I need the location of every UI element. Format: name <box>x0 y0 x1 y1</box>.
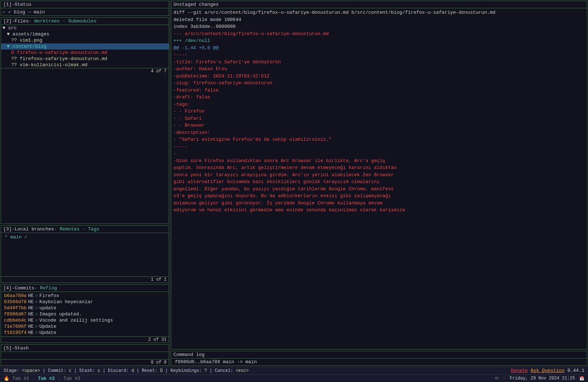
list-item[interactable]: 71e7608f HE ○ Update <box>3 323 167 330</box>
tab-bar: 🔥 Tab #1 : Tab #2 : Tab #3 ⟳ ♡ Friday, 2… <box>0 374 588 382</box>
diff-line: gibi alternatifler bulsamda bazı eksikli… <box>173 178 585 186</box>
sep1: | Commit: <box>43 368 69 373</box>
donate-link[interactable]: Donate <box>511 368 528 373</box>
stash-binding: s <box>97 368 100 373</box>
sep5: | Keybindings: <box>165 368 205 373</box>
diff-line: -slug: firefoxu-safariye-donusturun <box>173 80 585 87</box>
branches-title: [3]-Local branches <box>3 226 54 232</box>
right-panel: Unstaged changes diff --git a/src/conten… <box>170 0 588 366</box>
diff-line: - "Safari estetigine Firefox'da da sahip… <box>173 136 585 143</box>
diff-line: -featured: false <box>173 87 585 94</box>
commits-pagination: 2 of 31 <box>1 336 169 343</box>
list-item[interactable]: ?? firefoxu-safariye-donusturun.md <box>1 56 169 62</box>
diff-line: ----- <box>173 143 585 150</box>
tab-sep-2: : <box>58 376 60 381</box>
tab-2[interactable]: Tab #2 <box>38 376 55 381</box>
list-item[interactable]: cdbbeb4c HE ○ Vscode and zellij settings <box>3 317 167 323</box>
list-item[interactable]: f8986d67 HE ○ Images updated. <box>3 311 167 317</box>
stash-title: [5]-Stash <box>3 345 29 351</box>
command-log-section: Command log f8986d6..b6aa789 main -> mai… <box>171 351 587 366</box>
tab-sep-1: : <box>32 376 35 381</box>
diff-line: deleted file mode 100644 <box>173 16 585 24</box>
discard-binding: d <box>131 368 134 373</box>
diff-line: ----- <box>173 51 585 59</box>
commits-title: [4]-Commits <box>3 285 34 291</box>
diff-line: -Uzun süre Firefox kullandıktan sonra Ar… <box>173 157 585 165</box>
list-item[interactable]: ▼ assets/images <box>1 31 169 37</box>
calendar-icon: 📅 <box>579 376 584 381</box>
status-section: [1]-Status ✓ ✓ blog → main <box>1 1 169 16</box>
files-links[interactable]: - Worktrees - Submodules <box>29 18 96 24</box>
ask-question-link[interactable]: Ask Question <box>531 368 565 373</box>
diff-line: @@ -1,44 +0,0 @@ <box>173 44 585 52</box>
datetime-text: Friday, 29 Nov 2024 21:25 <box>510 376 575 381</box>
status-content: ✓ blog → main <box>8 9 45 15</box>
list-item[interactable]: b6aa789a HE ○ Firefox <box>3 293 167 299</box>
list-item[interactable]: ?? vim1.png <box>1 37 169 43</box>
commit-binding: c <box>69 368 71 373</box>
list-item[interactable]: * main ✓ <box>3 234 167 240</box>
list-item[interactable]: 5d49f7bb HE ○ update <box>3 305 167 311</box>
bottom-links: Donate Ask Question 0.44.1 <box>511 368 584 373</box>
diff-line: yaptım. Sonrasında Arc, artık geliştirme… <box>173 164 585 171</box>
commits-list: b6aa789a HE ○ Firefox 63566d78 HE ○ Kayb… <box>1 292 169 336</box>
diff-line: --- a/src/content/blog/firefox-u-safariy… <box>173 30 585 38</box>
commits-section: [4]-Commits - Reflog b6aa789a HE ○ Firef… <box>1 284 169 343</box>
diff-line: -author: Hakan Ersu <box>173 65 585 73</box>
list-item[interactable]: ▼ content/blog <box>1 43 169 50</box>
stage-key: Stage: <box>4 368 22 373</box>
tab-3[interactable]: Tab #3 <box>63 376 80 381</box>
keybindings-binding: ? <box>205 368 207 373</box>
diff-line: ediyorum ve henüz etkisini görmedim ama … <box>173 207 585 214</box>
files-pagination: 4 of 7 <box>1 68 169 74</box>
diff-line: v3'e geçiş yapacağını duyurdu. Bu da adb… <box>173 192 585 200</box>
version-text: 0.44.1 <box>567 368 584 373</box>
diff-line: -pubDatetime: 2024-11-29T03:42:51Z <box>173 73 585 80</box>
tab-1[interactable]: Tab #1 <box>12 376 29 381</box>
list-item[interactable]: ▼ src <box>1 25 169 31</box>
sep3: | Discard: <box>103 368 131 373</box>
keybindings-text: Stage: <space> | Commit: c | Stash: s | … <box>4 368 249 373</box>
unstaged-title: Unstaged changes <box>173 2 219 7</box>
list-item[interactable]: ?? vim-kullanicisi-olmak.md <box>1 62 169 68</box>
bottom-bar: Stage: <space> | Commit: c | Stash: s | … <box>0 366 588 374</box>
diff-line: -tags: <box>173 101 585 108</box>
heart-icon: ♡ <box>503 376 505 381</box>
reset-binding: D <box>160 368 163 373</box>
files-title: [2]-Files <box>3 18 29 24</box>
sep2: | Stash: <box>74 368 97 373</box>
status-check-icon: ✓ <box>3 9 8 15</box>
tab-fire-icon: 🔥 <box>4 375 9 381</box>
diff-line: anlamına geliyor gibi görünüyor. İş yeri… <box>173 200 585 207</box>
sep6: | Cancel: <box>210 368 236 373</box>
diff-line: -draft: false <box>173 94 585 101</box>
diff-line: - <box>173 150 585 157</box>
sync-icon: ⟳ <box>495 376 499 381</box>
diff-line: engelledi. Diğer yandan, bu yazıyı yazdı… <box>173 186 585 193</box>
tab-right-area: ⟳ ♡ Friday, 29 Nov 2024 21:25 📅 <box>495 376 584 381</box>
diff-line: sonra yeni bir tarayıcı arayışına girdim… <box>173 171 585 179</box>
stash-section: [5]-Stash 0 of 0 <box>1 344 169 366</box>
diff-line: - - Browser <box>173 122 585 129</box>
command-log-title: Command log <box>173 352 205 357</box>
list-item[interactable]: D firefox-u-safariye-donusturun.md <box>1 50 169 56</box>
files-section: [2]-Files - Worktrees - Submodules ▼ src… <box>1 17 169 224</box>
list-item[interactable]: 63566d78 HE ○ Kaybolan heyecanlar <box>3 299 167 305</box>
list-item[interactable]: f10195f4 HE ○ Update <box>3 330 167 336</box>
stage-binding: <space> <box>22 368 40 373</box>
diff-line: -description: <box>173 129 585 136</box>
diff-line: +++ /dev/null <box>173 37 585 44</box>
command-log-content: f8986d6..b6aa789 main -> main <box>171 358 587 365</box>
commits-links[interactable]: - Reflog <box>34 285 57 291</box>
status-title: [1]-Status <box>3 2 32 7</box>
diff-line: - - Safari <box>173 115 585 122</box>
branches-links[interactable]: - Remotes - Tags <box>54 226 99 232</box>
diff-line: diff --git a/src/content/blog/firefox-u-… <box>173 9 585 16</box>
files-tree: ▼ src ▼ assets/images ?? vim1.png ▼ cont… <box>1 25 169 68</box>
diff-line: index 3ab3dde..0000000 <box>173 23 585 30</box>
branches-list: * main ✓ <box>1 233 169 276</box>
diff-content: diff --git a/src/content/blog/firefox-u-… <box>171 8 587 215</box>
sep4: | Reset: <box>136 368 160 373</box>
diff-line: -title: Firefox'u Safari'ye dönüştürün <box>173 59 585 66</box>
branches-pagination: 1 of 1 <box>1 276 169 283</box>
